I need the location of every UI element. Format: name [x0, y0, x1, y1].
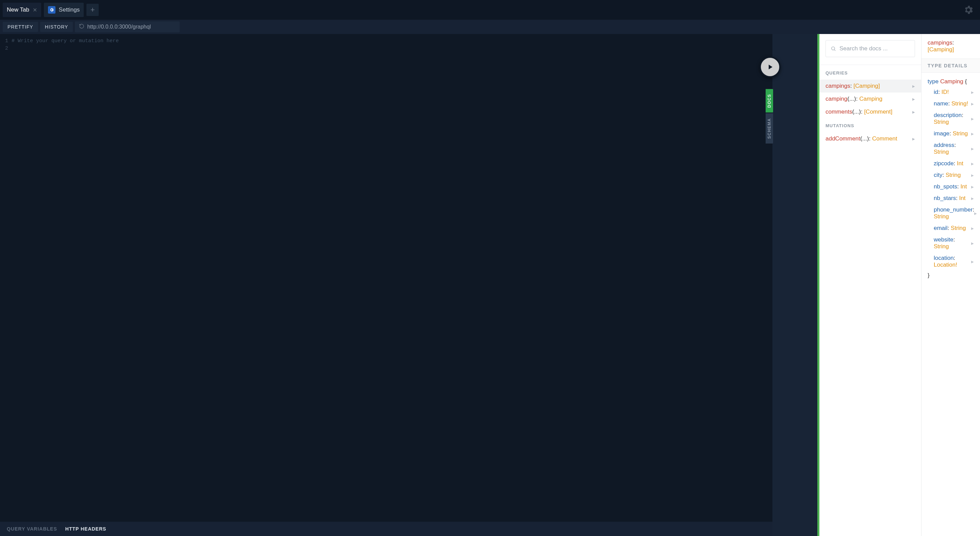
tab-label: New Tab	[7, 6, 29, 13]
field-type: Int	[960, 183, 967, 190]
schema-tab[interactable]: SCHEMA	[765, 113, 773, 144]
type-details-column: campings: [Camping] TYPE DETAILS type Ca…	[921, 34, 980, 536]
history-button[interactable]: HISTORY	[40, 22, 73, 32]
editor-bottom-tabs: QUERY VARIABLES HTTP HEADERS	[0, 522, 772, 536]
endpoint-field[interactable]	[75, 21, 180, 32]
chevron-right-icon: ▶	[971, 227, 974, 230]
play-icon	[766, 63, 774, 71]
query-editor-pane: 1 2 # Write your query or mutation here …	[0, 34, 772, 536]
field-type: String	[934, 149, 949, 155]
chevron-right-icon: ▶	[971, 90, 974, 94]
type-field-zipcode[interactable]: zipcode: Int▶	[928, 158, 978, 170]
chevron-right-icon: ▶	[974, 211, 977, 215]
chevron-right-icon: ▶	[912, 84, 915, 88]
field-type: String	[951, 225, 966, 231]
line-number: 2	[0, 45, 8, 52]
code-area[interactable]: # Write your query or mutation here	[11, 37, 119, 522]
doc-item-addComment[interactable]: addComment(...): Comment▶	[819, 132, 921, 145]
type-field-city[interactable]: city: String▶	[928, 170, 978, 181]
field-name: phone_number	[934, 206, 972, 213]
chevron-right-icon: ▶	[912, 110, 915, 114]
op-name: campings	[826, 82, 850, 89]
type-field-phone_number[interactable]: phone_number: String▶	[928, 204, 978, 222]
field-type: Int	[957, 160, 963, 167]
field-name: nb_stars	[934, 195, 956, 201]
prettify-button[interactable]: PRETTIFY	[3, 22, 38, 32]
open-brace: {	[965, 78, 967, 85]
docs-tab[interactable]: DOCS	[765, 89, 773, 113]
breadcrumb-field: campings	[928, 40, 953, 46]
field-type: String	[934, 119, 949, 125]
main: 1 2 # Write your query or mutation here …	[0, 34, 980, 536]
tab-bar: New Tab ✕ Settings +	[0, 0, 980, 20]
op-return: Camping	[859, 95, 882, 102]
field-type: Location!	[934, 262, 957, 268]
doc-item-camping[interactable]: camping(...): Camping▶	[819, 92, 921, 105]
chevron-right-icon: ▶	[971, 260, 974, 263]
field-name: name	[934, 100, 948, 107]
field-type: String	[953, 130, 968, 137]
type-field-nb_spots[interactable]: nb_spots: Int▶	[928, 181, 978, 192]
close-icon[interactable]: ✕	[33, 7, 37, 13]
chevron-right-icon: ▶	[971, 132, 974, 136]
type-field-image[interactable]: image: String▶	[928, 128, 978, 140]
chevron-right-icon: ▶	[912, 97, 915, 101]
doc-item-campings[interactable]: campings: [Camping]▶	[819, 79, 921, 92]
field-name: nb_spots	[934, 183, 957, 190]
type-field-id[interactable]: id: ID!▶	[928, 86, 978, 98]
type-field-website[interactable]: website: String▶	[928, 234, 978, 252]
op-name: comments	[826, 108, 852, 115]
op-name: addComment	[826, 135, 860, 142]
field-name: description	[934, 112, 962, 118]
op-return: [Comment]	[864, 108, 892, 115]
op-return: Comment	[872, 135, 897, 142]
chevron-right-icon: ▶	[971, 102, 974, 106]
type-field-location[interactable]: location: Location!▶	[928, 252, 978, 271]
docs-search[interactable]	[826, 40, 915, 57]
tab-settings[interactable]: Settings	[44, 3, 84, 17]
field-name: email	[934, 225, 948, 231]
field-type: String	[934, 213, 949, 220]
tab-label: Settings	[59, 6, 80, 13]
endpoint-input[interactable]	[87, 24, 176, 30]
editor-placeholder: # Write your query or mutation here	[11, 37, 119, 45]
svg-line-1	[834, 50, 835, 51]
type-field-email[interactable]: email: String▶	[928, 222, 978, 234]
chevron-right-icon: ▶	[971, 185, 974, 189]
type-body: type Camping { id: ID!▶name: String!▶des…	[921, 73, 980, 285]
type-field-name[interactable]: name: String!▶	[928, 98, 978, 109]
tab-new[interactable]: New Tab ✕	[3, 3, 41, 17]
field-name: address	[934, 142, 954, 148]
field-name: id	[934, 89, 938, 95]
doc-item-comments[interactable]: comments(...): [Comment]▶	[819, 105, 921, 118]
execute-button[interactable]	[759, 57, 781, 78]
gear-icon	[48, 6, 56, 14]
reload-icon[interactable]	[79, 24, 84, 30]
field-name: zipcode	[934, 160, 954, 167]
tab-http-headers[interactable]: HTTP HEADERS	[65, 526, 107, 531]
close-brace: }	[928, 272, 930, 279]
op-name: camping	[826, 95, 847, 102]
op-return: [Camping]	[853, 82, 880, 89]
type-keyword: type	[928, 78, 939, 85]
chevron-right-icon: ▶	[971, 173, 974, 177]
type-field-nb_stars[interactable]: nb_stars: Int▶	[928, 192, 978, 204]
chevron-right-icon: ▶	[971, 197, 974, 200]
tab-query-variables[interactable]: QUERY VARIABLES	[7, 526, 57, 531]
op-args: (...)	[860, 135, 869, 142]
field-type: Int	[959, 195, 966, 201]
right-wrap: DOCS SCHEMA QUERIES campings: [Camping]▶…	[772, 34, 980, 536]
op-args: (...)	[847, 95, 856, 102]
field-type: String!	[951, 100, 968, 107]
chevron-right-icon: ▶	[971, 162, 974, 166]
query-editor[interactable]: 1 2 # Write your query or mutation here	[0, 34, 772, 522]
add-tab-button[interactable]: +	[86, 4, 99, 16]
line-gutter: 1 2	[0, 37, 11, 522]
field-name: location	[934, 255, 954, 261]
type-field-description[interactable]: description: String▶	[928, 109, 978, 128]
search-icon	[830, 46, 836, 52]
app-settings-button[interactable]	[963, 5, 974, 15]
docs-search-input[interactable]	[840, 45, 910, 52]
field-name: city	[934, 172, 943, 178]
type-field-address[interactable]: address: String▶	[928, 140, 978, 158]
